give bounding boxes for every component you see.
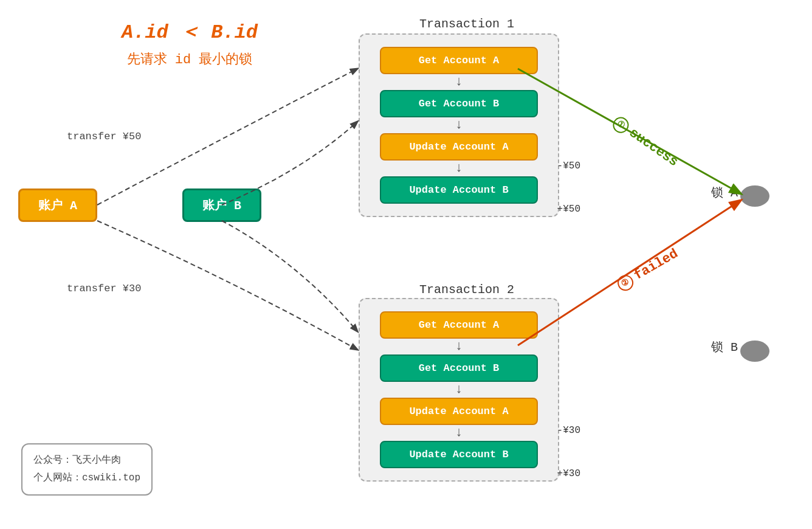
lock-a-label: 锁 A: [711, 184, 738, 201]
transaction-1-steps: Get Account A ↓ Get Account B ↓ Update A…: [375, 47, 543, 204]
t1-step-4-label: +¥50: [557, 204, 580, 215]
t2-step-4: Update Account B: [380, 441, 538, 468]
account-b-label: 账户 B: [202, 197, 241, 213]
lock-a-circle: [740, 185, 769, 207]
lock-b-circle: [740, 341, 769, 362]
transaction-2-steps: Get Account A ↓ Get Account B ↓ Update A…: [375, 311, 543, 468]
formula-text: A.id ＜ B.id: [122, 18, 258, 45]
success-label: ① success: [610, 114, 681, 170]
t1-arrow-1: ↓: [455, 75, 463, 89]
footer-line-2: 个人网站：cswiki.top: [33, 469, 140, 487]
t1-step-1: Get Account A: [380, 47, 538, 74]
footer-line-1: 公众号：飞天小牛肉: [33, 452, 140, 469]
account-a-box: 账户 A: [18, 188, 97, 222]
account-a-label: 账户 A: [38, 197, 77, 213]
t2-arrow-2: ↓: [455, 383, 463, 396]
main-container: A.id ＜ B.id 先请求 id 最小的锁 账户 A 账户 B transf…: [0, 0, 812, 529]
transaction-1-title: Transaction 1: [419, 17, 514, 31]
circle-2-icon: ②: [614, 272, 636, 294]
t1-arrow-3: ↓: [455, 162, 463, 175]
account-b-box: 账户 B: [182, 188, 261, 222]
success-text: success: [626, 125, 681, 170]
t2-arrow-3: ↓: [455, 426, 463, 440]
t2-arrow-1: ↓: [455, 340, 463, 353]
t2-step-3: Update Account A: [380, 398, 538, 425]
transaction-2-box: Get Account A ↓ Get Account B ↓ Update A…: [359, 298, 559, 482]
transfer-1-label: transfer ¥50: [67, 131, 141, 142]
transaction-1-box: Get Account A ↓ Get Account B ↓ Update A…: [359, 33, 559, 217]
t1-arrow-2: ↓: [455, 119, 463, 132]
subtitle-text: 先请求 id 最小的锁: [122, 50, 258, 68]
t2-step-1: Get Account A: [380, 311, 538, 339]
t1-step-4: Update Account B: [380, 176, 538, 204]
transfer-2-label: transfer ¥30: [67, 283, 141, 294]
t1-step-3: Update Account A: [380, 133, 538, 161]
t2-step-2: Get Account B: [380, 354, 538, 382]
transaction-2-title: Transaction 2: [419, 283, 514, 297]
t1-step-2: Get Account B: [380, 90, 538, 117]
lock-b-label: 锁 B: [711, 339, 738, 355]
failed-text: failed: [631, 246, 681, 283]
t2-step-4-label: +¥30: [557, 468, 580, 479]
header-annotation: A.id ＜ B.id 先请求 id 最小的锁: [122, 18, 258, 68]
footer-box: 公众号：飞天小牛肉 个人网站：cswiki.top: [21, 443, 153, 496]
failed-label: ② failed: [614, 246, 681, 294]
t1-step-3-label: -¥50: [557, 161, 580, 171]
t2-step-3-label: -¥30: [557, 425, 580, 436]
